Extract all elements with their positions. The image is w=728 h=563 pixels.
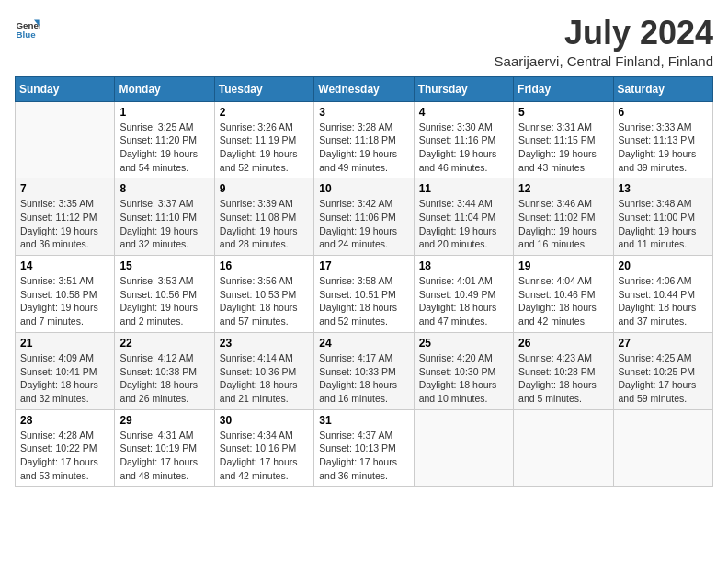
- day-number: 7: [20, 182, 109, 195]
- day-info: Sunrise: 4:12 AM Sunset: 10:38 PM Daylig…: [119, 351, 209, 406]
- calendar-cell: 12Sunrise: 3:46 AM Sunset: 11:02 PM Dayl…: [514, 178, 613, 256]
- day-info: Sunrise: 3:44 AM Sunset: 11:04 PM Daylig…: [419, 197, 508, 251]
- day-info: Sunrise: 3:48 AM Sunset: 11:00 PM Daylig…: [619, 197, 708, 251]
- calendar-cell: 25Sunrise: 4:20 AM Sunset: 10:30 PM Dayl…: [414, 332, 513, 409]
- calendar-cell: 2Sunrise: 3:26 AM Sunset: 11:19 PM Dayli…: [214, 101, 313, 178]
- day-number: 26: [518, 337, 608, 350]
- header-thursday: Thursday: [414, 76, 513, 101]
- day-info: Sunrise: 4:37 AM Sunset: 10:13 PM Daylig…: [319, 429, 408, 483]
- day-info: Sunrise: 3:35 AM Sunset: 11:12 PM Daylig…: [20, 197, 109, 251]
- calendar-cell: 13Sunrise: 3:48 AM Sunset: 11:00 PM Dayl…: [613, 178, 712, 256]
- calendar-table: SundayMondayTuesdayWednesdayThursdayFrid…: [15, 76, 713, 488]
- calendar-body: 1Sunrise: 3:25 AM Sunset: 11:20 PM Dayli…: [16, 101, 713, 487]
- day-number: 6: [619, 106, 708, 119]
- calendar-cell: 14Sunrise: 3:51 AM Sunset: 10:58 PM Dayl…: [16, 256, 115, 333]
- calendar-cell: 5Sunrise: 3:31 AM Sunset: 11:15 PM Dayli…: [514, 101, 613, 178]
- day-info: Sunrise: 4:04 AM Sunset: 10:46 PM Daylig…: [518, 274, 608, 328]
- week-row-4: 21Sunrise: 4:09 AM Sunset: 10:41 PM Dayl…: [16, 332, 713, 409]
- day-number: 24: [319, 337, 408, 350]
- calendar-cell: 30Sunrise: 4:34 AM Sunset: 10:16 PM Dayl…: [214, 409, 313, 487]
- day-number: 11: [419, 182, 508, 195]
- day-number: 22: [119, 337, 209, 350]
- day-number: 16: [220, 259, 309, 272]
- day-info: Sunrise: 3:37 AM Sunset: 11:10 PM Daylig…: [119, 197, 209, 251]
- day-number: 8: [119, 182, 209, 195]
- calendar-cell: [514, 409, 613, 487]
- day-info: Sunrise: 3:51 AM Sunset: 10:58 PM Daylig…: [20, 274, 109, 328]
- day-number: 13: [619, 182, 708, 195]
- week-row-1: 1Sunrise: 3:25 AM Sunset: 11:20 PM Dayli…: [16, 101, 713, 178]
- day-number: 19: [518, 259, 608, 272]
- svg-text:Blue: Blue: [16, 29, 36, 40]
- day-info: Sunrise: 4:06 AM Sunset: 10:44 PM Daylig…: [619, 274, 708, 328]
- day-info: Sunrise: 4:14 AM Sunset: 10:36 PM Daylig…: [220, 351, 309, 406]
- day-info: Sunrise: 4:28 AM Sunset: 10:22 PM Daylig…: [20, 429, 109, 483]
- header-saturday: Saturday: [613, 76, 712, 101]
- header-sunday: Sunday: [16, 76, 115, 101]
- calendar-cell: 8Sunrise: 3:37 AM Sunset: 11:10 PM Dayli…: [115, 178, 214, 256]
- calendar-cell: 27Sunrise: 4:25 AM Sunset: 10:25 PM Dayl…: [613, 332, 712, 409]
- day-number: 29: [119, 414, 209, 427]
- header-wednesday: Wednesday: [314, 76, 414, 101]
- title-block: July 2024 Saarijaervi, Central Finland, …: [495, 15, 713, 69]
- calendar-cell: 22Sunrise: 4:12 AM Sunset: 10:38 PM Dayl…: [115, 332, 214, 409]
- day-info: Sunrise: 3:33 AM Sunset: 11:13 PM Daylig…: [619, 121, 708, 175]
- day-number: 15: [119, 259, 209, 272]
- day-info: Sunrise: 4:31 AM Sunset: 10:19 PM Daylig…: [119, 429, 209, 483]
- calendar-cell: 21Sunrise: 4:09 AM Sunset: 10:41 PM Dayl…: [16, 332, 115, 409]
- day-info: Sunrise: 3:56 AM Sunset: 10:53 PM Daylig…: [220, 274, 309, 328]
- day-number: 5: [518, 106, 608, 119]
- day-info: Sunrise: 4:34 AM Sunset: 10:16 PM Daylig…: [220, 429, 309, 483]
- day-number: 21: [20, 337, 109, 350]
- day-number: 25: [419, 337, 508, 350]
- day-info: Sunrise: 3:28 AM Sunset: 11:18 PM Daylig…: [319, 121, 408, 175]
- calendar-cell: 20Sunrise: 4:06 AM Sunset: 10:44 PM Dayl…: [613, 256, 712, 333]
- day-info: Sunrise: 3:30 AM Sunset: 11:16 PM Daylig…: [419, 121, 508, 175]
- calendar-cell: 15Sunrise: 3:53 AM Sunset: 10:56 PM Dayl…: [115, 256, 214, 333]
- day-info: Sunrise: 4:20 AM Sunset: 10:30 PM Daylig…: [419, 351, 508, 406]
- day-info: Sunrise: 4:23 AM Sunset: 10:28 PM Daylig…: [518, 351, 608, 406]
- day-number: 14: [20, 259, 109, 272]
- day-info: Sunrise: 3:58 AM Sunset: 10:51 PM Daylig…: [319, 274, 408, 328]
- day-info: Sunrise: 4:01 AM Sunset: 10:49 PM Daylig…: [419, 274, 508, 328]
- calendar-cell: 29Sunrise: 4:31 AM Sunset: 10:19 PM Dayl…: [115, 409, 214, 487]
- day-number: 23: [220, 337, 309, 350]
- day-number: 10: [319, 182, 408, 195]
- calendar-cell: 23Sunrise: 4:14 AM Sunset: 10:36 PM Dayl…: [214, 332, 313, 409]
- calendar-cell: 31Sunrise: 4:37 AM Sunset: 10:13 PM Dayl…: [314, 409, 414, 487]
- calendar-cell: 16Sunrise: 3:56 AM Sunset: 10:53 PM Dayl…: [214, 256, 313, 333]
- day-number: 9: [220, 182, 309, 195]
- calendar-header-row: SundayMondayTuesdayWednesdayThursdayFrid…: [16, 76, 713, 101]
- day-number: 1: [119, 106, 209, 119]
- day-info: Sunrise: 4:17 AM Sunset: 10:33 PM Daylig…: [319, 351, 408, 406]
- day-number: 12: [518, 182, 608, 195]
- day-info: Sunrise: 3:25 AM Sunset: 11:20 PM Daylig…: [119, 121, 209, 175]
- day-number: 27: [619, 337, 708, 350]
- page-subtitle: Saarijaervi, Central Finland, Finland: [495, 53, 713, 69]
- calendar-cell: 7Sunrise: 3:35 AM Sunset: 11:12 PM Dayli…: [16, 178, 115, 256]
- calendar-cell: 11Sunrise: 3:44 AM Sunset: 11:04 PM Dayl…: [414, 178, 513, 256]
- day-info: Sunrise: 3:39 AM Sunset: 11:08 PM Daylig…: [220, 197, 309, 251]
- calendar-cell: [16, 101, 115, 178]
- calendar-cell: 1Sunrise: 3:25 AM Sunset: 11:20 PM Dayli…: [115, 101, 214, 178]
- calendar-cell: 18Sunrise: 4:01 AM Sunset: 10:49 PM Dayl…: [414, 256, 513, 333]
- page-title: July 2024: [495, 15, 713, 52]
- calendar-cell: 19Sunrise: 4:04 AM Sunset: 10:46 PM Dayl…: [514, 256, 613, 333]
- calendar-cell: 6Sunrise: 3:33 AM Sunset: 11:13 PM Dayli…: [613, 101, 712, 178]
- calendar-cell: 24Sunrise: 4:17 AM Sunset: 10:33 PM Dayl…: [314, 332, 414, 409]
- calendar-cell: 10Sunrise: 3:42 AM Sunset: 11:06 PM Dayl…: [314, 178, 414, 256]
- day-info: Sunrise: 3:53 AM Sunset: 10:56 PM Daylig…: [119, 274, 209, 328]
- day-number: 28: [20, 414, 109, 427]
- day-info: Sunrise: 4:25 AM Sunset: 10:25 PM Daylig…: [619, 351, 708, 406]
- day-number: 3: [319, 106, 408, 119]
- week-row-2: 7Sunrise: 3:35 AM Sunset: 11:12 PM Dayli…: [16, 178, 713, 256]
- calendar-cell: 17Sunrise: 3:58 AM Sunset: 10:51 PM Dayl…: [314, 256, 414, 333]
- calendar-cell: 26Sunrise: 4:23 AM Sunset: 10:28 PM Dayl…: [514, 332, 613, 409]
- day-number: 18: [419, 259, 508, 272]
- calendar-cell: 4Sunrise: 3:30 AM Sunset: 11:16 PM Dayli…: [414, 101, 513, 178]
- day-number: 2: [220, 106, 309, 119]
- day-info: Sunrise: 3:46 AM Sunset: 11:02 PM Daylig…: [518, 197, 608, 251]
- day-info: Sunrise: 4:09 AM Sunset: 10:41 PM Daylig…: [20, 351, 109, 406]
- day-info: Sunrise: 3:31 AM Sunset: 11:15 PM Daylig…: [518, 121, 608, 175]
- day-number: 4: [419, 106, 508, 119]
